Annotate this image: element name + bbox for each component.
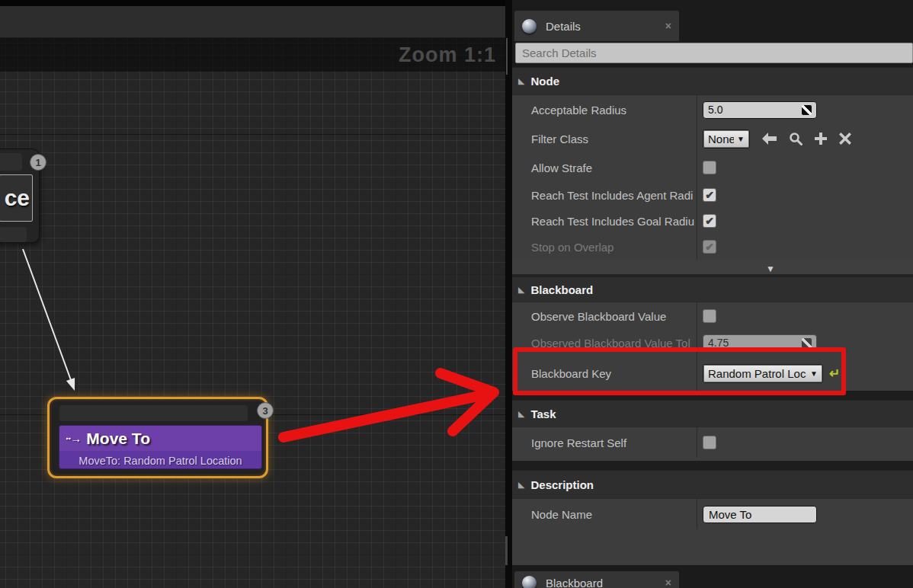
observed-tolerance-input: 4.75: [703, 334, 817, 352]
move-to-node-subtitle: MoveTo: Random Patrol Location: [78, 455, 242, 467]
property-label: Ignore Restart Self: [512, 427, 697, 458]
acceptable-radius-value: 5.0: [708, 104, 802, 116]
move-to-subtitle-row: MoveTo: Random Patrol Location: [59, 451, 261, 469]
divider-highlight: [506, 38, 508, 75]
expander-chevron-icon: [766, 264, 775, 274]
blackboard-key-dropdown[interactable]: Random Patrol Loc: [703, 364, 823, 383]
collapse-triangle-icon[interactable]: [518, 409, 524, 419]
reset-to-default-icon[interactable]: ↵: [829, 366, 840, 382]
graph-panel: Zoom 1:1 ce 1 3: [0, 0, 505, 588]
property-label: Blackboard Key: [512, 356, 697, 391]
property-label: Node Name: [512, 499, 697, 529]
property-row-acceptable-radius: Acceptable Radius 5.0: [512, 95, 913, 124]
property-label: Allow Strafe: [512, 153, 697, 182]
graph-toolbar: [0, 6, 505, 38]
section-title: Task: [530, 407, 556, 420]
node-name-input[interactable]: Move To: [703, 506, 817, 523]
move-to-node-body: ∙∙→ Move To MoveTo: Random Patrol Locati…: [59, 425, 262, 469]
sequence-node-body: ce: [0, 174, 33, 222]
add-plus-icon[interactable]: [815, 133, 827, 145]
blackboard-tab-icon: [522, 576, 537, 588]
node-name-value: Move To: [709, 508, 751, 521]
property-row-observed-tolerance: Observed Blackboard Value Tol 4.75: [512, 330, 913, 356]
move-to-order-badge: 3: [257, 402, 274, 419]
move-to-node-title: Move To: [86, 430, 150, 448]
value-drag-icon[interactable]: [802, 105, 812, 115]
sequence-node[interactable]: ce 1: [0, 149, 40, 243]
property-row-reach-goal: Reach Test Includes Goal Radiu: [512, 208, 913, 234]
observed-tolerance-value: 4.75: [708, 337, 802, 349]
moveto-dots-arrow-icon: ∙∙→: [66, 432, 81, 445]
graph-canvas[interactable]: Zoom 1:1 ce 1 3: [0, 38, 505, 588]
tab-blackboard[interactable]: Blackboard ×: [514, 571, 679, 588]
property-label: Observed Blackboard Value Tol: [512, 330, 697, 356]
property-row-node-name: Node Name Move To: [512, 499, 913, 529]
browse-magnifier-icon[interactable]: [789, 132, 802, 145]
details-tab-label: Details: [546, 20, 665, 33]
section-title: Description: [530, 478, 594, 491]
tab-details[interactable]: Details ×: [514, 11, 679, 41]
graph-top-shade: Zoom 1:1: [0, 38, 505, 72]
allow-strafe-checkbox[interactable]: [703, 161, 716, 174]
sequence-node-header-bar: [0, 153, 22, 171]
sequence-node-label: ce: [5, 185, 32, 211]
blackboard-tab-label: Blackboard: [546, 577, 665, 588]
zoom-indicator: Zoom 1:1: [399, 43, 496, 67]
section-filler: [512, 529, 913, 565]
stop-on-overlap-checkbox: [703, 240, 716, 254]
close-icon[interactable]: ×: [665, 20, 671, 32]
section-gap: [512, 461, 913, 470]
acceptable-radius-input[interactable]: 5.0: [703, 101, 817, 119]
collapse-triangle-icon[interactable]: [518, 480, 524, 490]
collapse-triangle-icon[interactable]: [518, 76, 524, 86]
details-tab-icon: [522, 19, 537, 34]
property-row-observe-blackboard-value: Observe Blackboard Value: [512, 302, 913, 330]
property-label: Reach Test Includes Agent Radi: [512, 182, 697, 208]
property-row-ignore-restart-self: Ignore Restart Self: [512, 427, 913, 458]
property-row-blackboard-key: Blackboard Key Random Patrol Loc ↵: [512, 356, 913, 391]
property-row-reach-agent: Reach Test Includes Agent Radi: [512, 182, 913, 208]
collapse-triangle-icon[interactable]: [518, 285, 524, 295]
move-to-node-header-bar[interactable]: [59, 405, 248, 421]
chevron-down-icon: [737, 135, 745, 143]
section-gap: [512, 391, 913, 400]
close-icon[interactable]: ×: [665, 577, 671, 588]
panel-divider: [505, 0, 512, 588]
property-list: Node Acceptable Radius 5.0 Filter Class …: [512, 67, 913, 565]
blackboard-key-value: Random Patrol Loc: [708, 367, 807, 380]
section-header-blackboard[interactable]: Blackboard: [512, 276, 913, 302]
property-row-filter-class: Filter Class None: [512, 124, 913, 153]
graph-top-strip: [0, 0, 505, 6]
section-header-description[interactable]: Description: [512, 470, 913, 499]
reach-agent-checkbox[interactable]: [703, 188, 716, 202]
property-label: Filter Class: [512, 124, 697, 153]
section-header-node[interactable]: Node: [512, 67, 913, 95]
observe-blackboard-checkbox[interactable]: [703, 309, 716, 323]
divider-highlight-lower: [505, 536, 508, 565]
section-header-task[interactable]: Task: [512, 400, 913, 427]
property-row-allow-strafe: Allow Strafe: [512, 153, 913, 182]
node-connection-wire: [0, 38, 505, 588]
filter-class-value: None: [708, 133, 734, 145]
property-label: Acceptable Radius: [512, 95, 697, 124]
value-drag-icon: [802, 338, 812, 348]
search-details-box[interactable]: [515, 43, 913, 63]
advanced-properties-expander[interactable]: [512, 260, 913, 276]
section-title: Node: [530, 75, 559, 88]
details-panel: Details × Node Acceptable Radius 5.0: [512, 0, 913, 588]
property-label: Reach Test Includes Goal Radiu: [512, 208, 697, 234]
use-selected-arrow-icon[interactable]: [762, 133, 777, 145]
move-to-node[interactable]: 3 ∙∙→ Move To MoveTo: Random Patrol Loca…: [47, 397, 268, 478]
property-label: Observe Blackboard Value: [512, 302, 697, 330]
filter-class-dropdown[interactable]: None: [703, 129, 750, 149]
sequence-order-badge: 1: [30, 154, 46, 171]
search-details-input[interactable]: [516, 43, 912, 62]
move-to-title-row: ∙∙→ Move To: [59, 426, 261, 451]
sequence-node-output-pin[interactable]: [0, 227, 27, 242]
section-title: Blackboard: [530, 283, 593, 296]
behavior-tree-editor: Zoom 1:1 ce 1 3: [0, 0, 913, 588]
reach-goal-checkbox[interactable]: [703, 214, 716, 228]
clear-x-icon[interactable]: [839, 133, 851, 145]
ignore-restart-checkbox[interactable]: [703, 436, 716, 449]
property-row-stop-on-overlap: Stop on Overlap: [512, 234, 913, 260]
